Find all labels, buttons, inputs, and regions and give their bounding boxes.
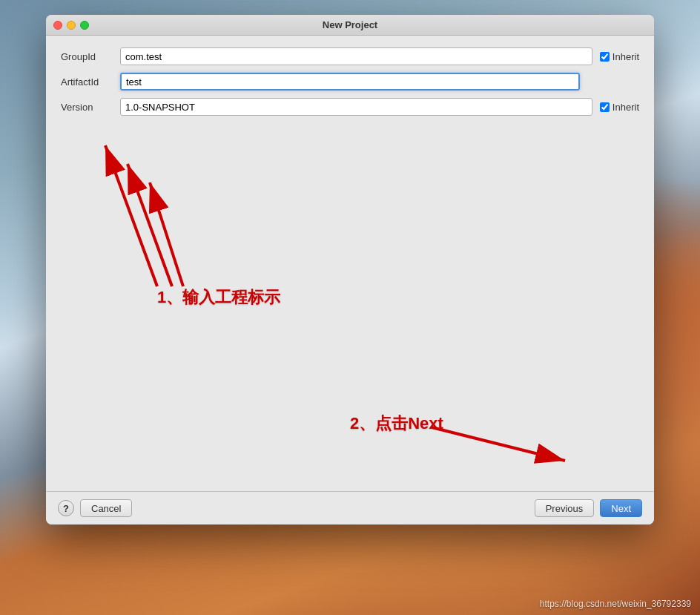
groupid-inherit-checkbox[interactable] — [600, 52, 610, 62]
groupid-inherit: Inherit — [600, 51, 639, 62]
maximize-button[interactable] — [80, 21, 89, 30]
dialog-footer: ? Cancel Previous Next — [46, 491, 654, 524]
groupid-label: GroupId — [61, 51, 120, 62]
dialog-title: New Project — [323, 19, 377, 30]
groupid-row: GroupId Inherit — [61, 47, 639, 65]
previous-button[interactable]: Previous — [535, 499, 595, 517]
footer-left: ? Cancel — [58, 499, 132, 517]
annotation-2: 2、点击Next — [350, 412, 443, 435]
help-button[interactable]: ? — [58, 500, 74, 516]
groupid-input[interactable] — [120, 47, 592, 65]
new-project-dialog: New Project GroupId Inherit ArtifactId — [46, 15, 654, 524]
artifactid-input[interactable] — [120, 73, 580, 91]
version-inherit-checkbox[interactable] — [600, 102, 610, 112]
version-label: Version — [61, 102, 120, 113]
svg-line-3 — [150, 182, 183, 286]
version-input[interactable] — [120, 98, 592, 116]
minimize-button[interactable] — [67, 21, 76, 30]
dialog-overlay: New Project GroupId Inherit ArtifactId — [0, 0, 700, 615]
version-inherit-label: Inherit — [612, 102, 639, 113]
titlebar: New Project — [46, 15, 654, 36]
next-button[interactable]: Next — [600, 499, 642, 517]
cancel-button[interactable]: Cancel — [80, 499, 132, 517]
footer-right: Previous Next — [535, 499, 642, 517]
annotation-1: 1、输入工程标示 — [157, 286, 280, 309]
artifactid-label: ArtifactId — [61, 76, 120, 88]
groupid-inherit-label: Inherit — [612, 51, 639, 62]
watermark: https://blog.csdn.net/weixin_36792339 — [540, 599, 691, 609]
dialog-body: GroupId Inherit ArtifactId Version — [46, 36, 654, 491]
content-area: 1、输入工程标示 2、点击Next — [61, 123, 639, 479]
version-inherit: Inherit — [600, 102, 639, 113]
close-button[interactable] — [53, 21, 62, 30]
traffic-lights — [53, 21, 89, 30]
svg-line-2 — [128, 164, 172, 286]
svg-line-4 — [432, 427, 565, 461]
svg-line-1 — [105, 145, 157, 286]
artifactid-row: ArtifactId — [61, 73, 639, 91]
version-row: Version Inherit — [61, 98, 639, 116]
